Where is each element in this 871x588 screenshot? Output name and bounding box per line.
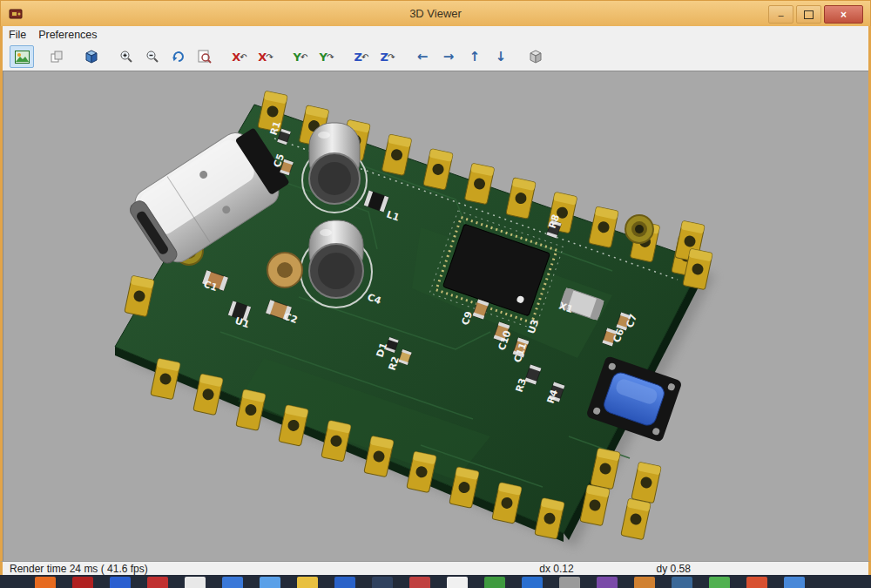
toolbar: X↶ X↷ Y↶ Y↷ Z↶ Z↷ ← → ↑ ↓ xyxy=(0,43,871,71)
taskbar-app-icon[interactable] xyxy=(709,577,730,588)
blue-cube-icon xyxy=(84,50,98,64)
arrow-left-icon: ← xyxy=(417,49,429,64)
taskbar-app-icon[interactable] xyxy=(147,577,168,588)
reload-board-button[interactable] xyxy=(10,45,34,68)
move-down-button[interactable]: ↓ xyxy=(489,45,513,68)
ortho-cube-icon xyxy=(529,50,543,64)
menu-bar: File Preferences xyxy=(0,26,871,43)
taskbar-app-icon[interactable] xyxy=(784,577,805,588)
move-right-button[interactable]: → xyxy=(436,45,461,68)
rotate-x-pos-button[interactable]: X↷ xyxy=(253,45,278,68)
taskbar-app-icon[interactable] xyxy=(297,577,318,588)
zoom-out-button[interactable] xyxy=(140,45,165,68)
dx-value: dx 0.12 xyxy=(539,563,573,575)
zoom-fit-button[interactable] xyxy=(192,45,217,68)
taskbar-app-icon[interactable] xyxy=(222,577,243,588)
taskbar-app-icon[interactable] xyxy=(746,577,767,588)
zoom-in-icon xyxy=(119,50,133,64)
rotate-z-pos-button[interactable]: Z↷ xyxy=(375,45,400,68)
ortho-projection-button[interactable] xyxy=(523,45,548,68)
redraw-icon xyxy=(172,50,186,64)
pcb-3d-render: C1U1C2C4L1D1R2C9C10C11U3R3R4X1C6C7R8R1C5 xyxy=(3,71,868,561)
arrow-up-icon: ↑ xyxy=(469,49,481,64)
taskbar-app-icon[interactable] xyxy=(634,577,655,588)
taskbar-app-icon[interactable] xyxy=(334,577,355,588)
taskbar-app-icon[interactable] xyxy=(597,577,618,588)
menu-preferences[interactable]: Preferences xyxy=(32,27,103,43)
3d-viewer-window: 3D Viewer – × File Preferences xyxy=(0,0,871,575)
taskbar-app-icon[interactable] xyxy=(372,577,393,588)
rotate-z-neg-button[interactable]: Z↶ xyxy=(349,45,374,68)
taskbar-app-icon[interactable] xyxy=(484,577,505,588)
arrow-right-icon: → xyxy=(443,49,455,64)
pin-pad xyxy=(631,462,661,503)
zoom-fit-icon xyxy=(198,50,212,64)
maximize-icon xyxy=(804,10,814,19)
3d-viewport[interactable]: C1U1C2C4L1D1R2C9C10C11U3R3R4X1C6C7R8R1C5 xyxy=(0,71,871,561)
copy-image-button[interactable] xyxy=(44,45,69,68)
taskbar-app-icon[interactable] xyxy=(110,577,131,588)
title-bar[interactable]: 3D Viewer – × xyxy=(0,0,871,26)
electrolytic-capacitor xyxy=(309,123,360,204)
rotate-x-neg-button[interactable]: X↶ xyxy=(227,45,252,68)
window-title: 3D Viewer xyxy=(1,7,870,20)
close-button[interactable]: × xyxy=(824,5,863,24)
taskbar-app-icon[interactable] xyxy=(35,577,56,588)
dy-value: dy 0.58 xyxy=(656,563,690,575)
zoom-out-icon xyxy=(145,50,159,64)
windows-taskbar[interactable] xyxy=(0,575,871,588)
menu-file[interactable]: File xyxy=(3,27,32,43)
taskbar-app-icon[interactable] xyxy=(260,577,280,588)
reload-board-icon xyxy=(15,51,30,64)
taskbar-app-icon[interactable] xyxy=(672,577,692,588)
taskbar-app-icon[interactable] xyxy=(409,577,430,588)
copy-icon xyxy=(50,50,64,64)
taskbar-app-icon[interactable] xyxy=(185,577,206,588)
electrolytic-capacitor xyxy=(309,220,363,298)
mounting-hole xyxy=(625,215,653,243)
rotate-y-neg-button[interactable]: Y↶ xyxy=(288,45,313,68)
taskbar-app-icon[interactable] xyxy=(72,577,93,588)
inductor xyxy=(267,253,302,287)
taskbar-app-icon[interactable] xyxy=(522,577,543,588)
taskbar-app-icon[interactable] xyxy=(447,577,468,588)
pin-pad xyxy=(621,498,651,539)
move-left-button[interactable]: ← xyxy=(410,45,435,68)
move-up-button[interactable]: ↑ xyxy=(463,45,487,68)
render-time-text: Render time 24 ms ( 41.6 fps) xyxy=(10,563,148,575)
redraw-button[interactable] xyxy=(166,45,191,68)
status-bar: Render time 24 ms ( 41.6 fps) dx 0.12 dy… xyxy=(0,561,871,575)
arrow-down-icon: ↓ xyxy=(496,49,507,64)
zoom-in-button[interactable] xyxy=(114,45,138,68)
minimize-button[interactable]: – xyxy=(768,5,793,24)
render-options-button[interactable] xyxy=(79,45,104,68)
maximize-button[interactable] xyxy=(796,5,821,24)
rotate-y-pos-button[interactable]: Y↷ xyxy=(314,45,339,68)
taskbar-app-icon[interactable] xyxy=(559,577,580,588)
